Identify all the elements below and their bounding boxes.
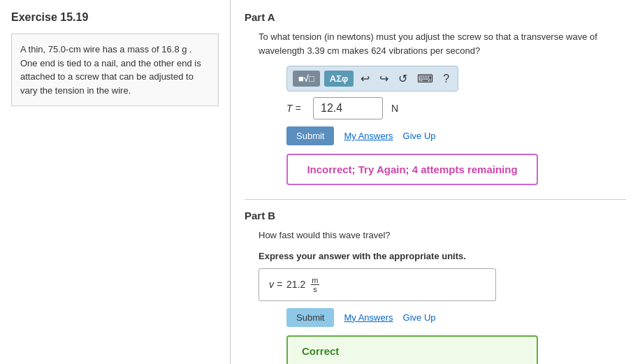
part-b-question: How fast would this wave travel? bbox=[259, 228, 626, 242]
part-b-unit: m s bbox=[310, 276, 319, 293]
refresh-button[interactable]: ↺ bbox=[395, 71, 410, 87]
part-a-submit-button[interactable]: Submit bbox=[286, 126, 334, 145]
part-a-question: To what tension (in newtons) must you ad… bbox=[259, 30, 626, 57]
part-b-my-answers-button[interactable]: My Answers bbox=[344, 312, 393, 323]
part-a-title: Part A bbox=[245, 11, 626, 23]
help-button[interactable]: ? bbox=[440, 71, 452, 87]
part-a-answer-input[interactable] bbox=[313, 97, 383, 119]
part-a-answer-label: T = bbox=[286, 103, 307, 114]
part-a-my-answers-button[interactable]: My Answers bbox=[344, 131, 393, 141]
part-b-feedback-banner: Correct bbox=[286, 335, 538, 364]
part-b-give-up-link[interactable]: Give Up bbox=[403, 312, 436, 323]
math-sqrt-icon: ■√□ bbox=[298, 73, 314, 84]
problem-description: A thin, 75.0-cm wire has a mass of 16.8 … bbox=[11, 34, 219, 106]
keyboard-button[interactable]: ⌨ bbox=[414, 71, 436, 87]
part-b-action-row: Submit My Answers Give Up bbox=[286, 308, 626, 327]
part-b-answer-label: v = bbox=[269, 279, 282, 290]
math-button[interactable]: ■√□ bbox=[293, 71, 320, 87]
part-b-section: Part B How fast would this wave travel? … bbox=[245, 210, 626, 364]
part-a-action-row: Submit My Answers Give Up bbox=[286, 126, 626, 145]
exercise-title: Exercise 15.19 bbox=[11, 11, 219, 24]
greek-symbols-icon: ΑΣφ bbox=[330, 73, 349, 84]
part-a-answer-row: T = N bbox=[286, 97, 626, 119]
part-b-submit-button[interactable]: Submit bbox=[286, 308, 334, 327]
part-a-unit: N bbox=[391, 103, 398, 114]
part-a-give-up-link[interactable]: Give Up bbox=[403, 131, 436, 141]
part-b-input-box: v = 21.2 m s bbox=[259, 268, 496, 301]
math-toolbar: ■√□ ΑΣφ ↩ ↪ ↺ ⌨ ? bbox=[286, 66, 458, 92]
part-b-express-label: Express your answer with the appropriate… bbox=[259, 251, 626, 261]
greek-button[interactable]: ΑΣφ bbox=[324, 71, 354, 87]
part-a-feedback-banner: Incorrect; Try Again; 4 attempts remaini… bbox=[286, 154, 538, 185]
part-b-title: Part B bbox=[245, 210, 626, 221]
redo-button[interactable]: ↪ bbox=[377, 71, 391, 87]
undo-button[interactable]: ↩ bbox=[358, 71, 372, 87]
section-divider bbox=[245, 199, 626, 200]
part-a-section: Part A To what tension (in newtons) must… bbox=[245, 11, 626, 185]
part-b-answer-value: 21.2 bbox=[286, 279, 305, 290]
